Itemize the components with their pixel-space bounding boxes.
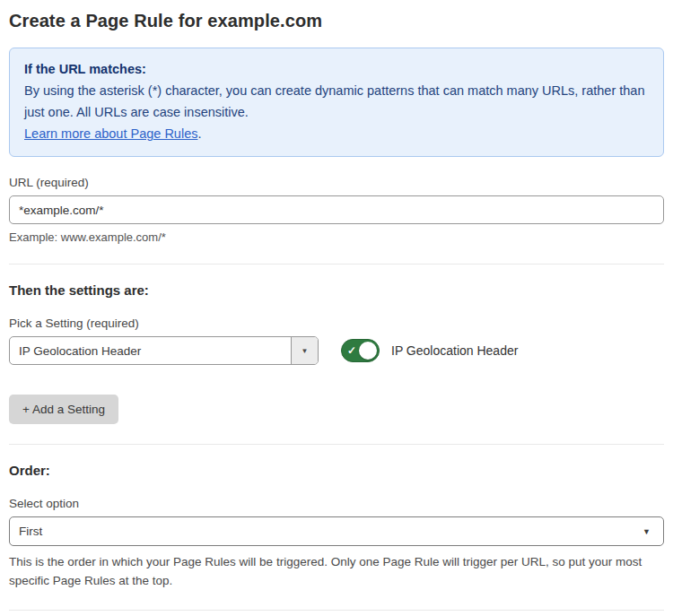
pick-setting-label: Pick a Setting (required): [9, 317, 664, 330]
url-input[interactable]: [9, 195, 664, 224]
chevron-down-icon: ▼: [302, 347, 309, 355]
order-select[interactable]: First ▼: [9, 516, 664, 546]
chevron-down-icon: ▼: [642, 527, 651, 536]
order-select-value: First: [19, 525, 642, 538]
setting-select[interactable]: IP Geolocation Header ▼: [9, 336, 319, 365]
url-example-text: Example: www.example.com/*: [9, 230, 664, 244]
toggle-label: IP Geolocation Header: [391, 343, 518, 358]
learn-more-link[interactable]: Learn more about Page Rules: [24, 126, 197, 141]
info-box-body: By using the asterisk (*) character, you…: [24, 80, 649, 123]
add-setting-button[interactable]: + Add a Setting: [9, 395, 118, 424]
url-match-info-box: If the URL matches: By using the asteris…: [9, 48, 664, 157]
toggle-knob: [359, 342, 377, 360]
divider: [9, 610, 664, 611]
order-select-label: Select option: [9, 497, 664, 510]
info-box-link-line: Learn more about Page Rules.: [24, 123, 649, 144]
setting-row: IP Geolocation Header ▼ ✓ IP Geolocation…: [9, 336, 664, 365]
divider: [9, 444, 664, 445]
url-field-label: URL (required): [9, 176, 664, 189]
check-icon: ✓: [347, 344, 356, 357]
ip-geolocation-toggle[interactable]: ✓: [341, 339, 380, 362]
setting-select-arrow-button[interactable]: ▼: [291, 337, 318, 364]
link-suffix: .: [197, 126, 201, 141]
divider: [9, 264, 664, 265]
create-page-rule-form: Create a Page Rule for example.com If th…: [0, 0, 673, 616]
order-help-text: This is the order in which your Page Rul…: [9, 552, 664, 590]
order-section-heading: Order:: [9, 463, 664, 478]
page-title: Create a Page Rule for example.com: [9, 11, 664, 31]
setting-select-value: IP Geolocation Header: [10, 337, 291, 364]
info-box-heading: If the URL matches:: [24, 58, 649, 80]
settings-section-heading: Then the settings are:: [9, 282, 664, 298]
